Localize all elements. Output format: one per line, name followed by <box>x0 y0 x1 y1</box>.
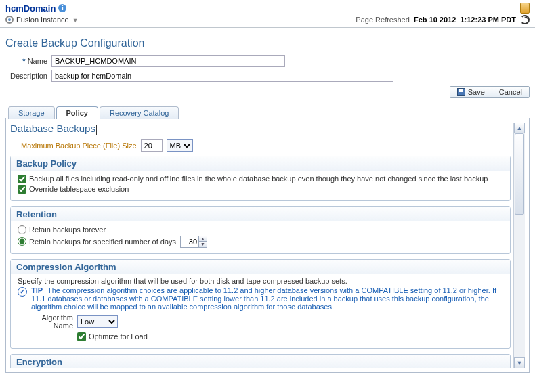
tip-icon: ✓ <box>18 287 27 297</box>
max-piece-label: Maximum Backup Piece (File) Size <box>21 141 137 150</box>
spinner-down-icon[interactable]: ▼ <box>198 242 207 247</box>
max-piece-input[interactable] <box>141 139 163 152</box>
override-tablespace-checkbox[interactable] <box>18 185 26 194</box>
fusion-instance-label: Fusion Instance <box>16 16 69 24</box>
page-refreshed-time: 1:12:23 PM PDT <box>460 16 516 24</box>
max-piece-unit-select[interactable]: MB <box>167 139 193 152</box>
optimize-load-option[interactable]: Optimize for Load <box>77 332 503 341</box>
backup-policy-title: Backup Policy <box>11 156 510 171</box>
name-input[interactable] <box>51 55 285 67</box>
fusion-instance-menu[interactable]: Fusion Instance ▼ <box>16 16 79 24</box>
tab-policy[interactable]: Policy <box>56 106 98 119</box>
retain-days-label: Retain backups for specified number of d… <box>29 238 176 246</box>
action-bar: Save Cancel <box>5 86 530 98</box>
target-type-icon <box>5 16 14 24</box>
tab-strip: Storage Policy Recovery Catalog <box>5 102 530 118</box>
retain-days-option[interactable]: Retain backups for specified number of d… <box>18 237 176 246</box>
retain-forever-label: Retain backups forever <box>29 225 106 234</box>
tab-policy-pane: Database Backups Maximum Backup Piece (F… <box>5 118 530 373</box>
database-backups-title-text: Database Backups <box>10 123 95 134</box>
page-refreshed-label: Page Refreshed <box>356 16 410 24</box>
backup-policy-section: Backup Policy Backup all files including… <box>10 156 511 201</box>
override-tablespace-label: Override tablespace exclusion <box>29 185 129 193</box>
save-button[interactable]: Save <box>450 86 492 98</box>
cancel-button-label: Cancel <box>499 88 522 96</box>
algorithm-row: Algorithm Name Low <box>38 313 503 330</box>
tip-text: The compression algorithm choices are ap… <box>31 286 496 311</box>
override-tablespace-option[interactable]: Override tablespace exclusion <box>18 185 503 194</box>
optimize-load-label: Optimize for Load <box>89 332 148 341</box>
compression-tip: ✓ TIP The compression algorithm choices … <box>18 286 503 311</box>
description-input[interactable] <box>51 70 393 82</box>
backup-all-files-option[interactable]: Backup all files including read-only and… <box>18 175 503 183</box>
database-backups-title: Database Backups <box>10 123 511 135</box>
cancel-button[interactable]: Cancel <box>492 86 530 98</box>
tip-label: TIP <box>31 286 43 295</box>
algorithm-label: Algorithm Name <box>38 313 73 330</box>
page-refreshed: Page Refreshed Feb 10 2012 1:12:23 PM PD… <box>356 16 516 24</box>
name-label: Name <box>5 57 51 65</box>
retention-section: Retention Retain backups forever Retain … <box>10 206 511 254</box>
compression-section: Compression Algorithm Specify the compre… <box>10 259 511 349</box>
page-title: Create Backup Configuration <box>5 37 530 49</box>
compression-desc: Specify the compression algorithm that w… <box>18 277 503 285</box>
optimize-load-checkbox[interactable] <box>77 332 86 341</box>
compression-title: Compression Algorithm <box>11 260 510 274</box>
page-refreshed-date: Feb 10 2012 <box>414 16 456 24</box>
scroll-thumb[interactable] <box>515 133 524 215</box>
retain-days-radio[interactable] <box>18 237 26 246</box>
refresh-icon[interactable] <box>520 15 530 24</box>
encryption-section: Encryption Disk Settings Do not encrypt … <box>10 354 511 368</box>
scroll-down-icon[interactable]: ▼ <box>514 357 525 368</box>
main-content: Create Backup Configuration Name Descrip… <box>0 28 535 374</box>
vertical-scrollbar[interactable]: ▲ ▼ <box>513 123 525 368</box>
retain-days-spinner[interactable]: ▲ ▼ <box>180 236 207 248</box>
retain-forever-radio[interactable] <box>18 225 26 234</box>
description-label: Description <box>5 72 51 80</box>
retain-forever-option[interactable]: Retain backups forever <box>18 225 503 234</box>
retention-title: Retention <box>11 207 510 221</box>
page-header: hcmDomain i Fusion Instance ▼ Page Refre… <box>0 0 535 28</box>
retain-days-input[interactable] <box>181 236 198 247</box>
info-icon[interactable]: i <box>58 4 66 12</box>
save-icon <box>457 88 465 96</box>
domain-title[interactable]: hcmDomain <box>5 3 56 14</box>
encryption-title: Encryption <box>11 355 510 368</box>
chevron-down-icon: ▼ <box>72 17 79 24</box>
target-status-icon <box>520 3 530 14</box>
max-piece-row: Maximum Backup Piece (File) Size MB <box>10 139 511 152</box>
backup-all-files-checkbox[interactable] <box>18 175 26 183</box>
spinner-up-icon[interactable]: ▲ <box>198 236 207 242</box>
backup-all-files-label: Backup all files including read-only and… <box>29 175 488 183</box>
save-button-label: Save <box>468 88 485 96</box>
scroll-up-icon[interactable]: ▲ <box>514 123 525 133</box>
algorithm-select[interactable]: Low <box>77 315 118 328</box>
